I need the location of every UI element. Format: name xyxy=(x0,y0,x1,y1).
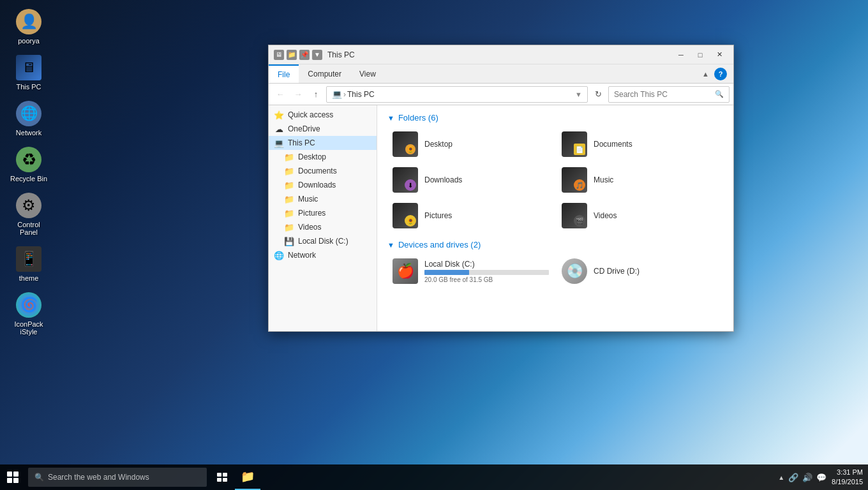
sidebar-item-videos[interactable]: 📁 Videos xyxy=(269,220,377,234)
search-icon: 🔍 xyxy=(715,90,724,98)
drive-icon-d: 💿 xyxy=(562,258,587,284)
icon-label-theme: theme xyxy=(19,274,39,282)
folder-item-downloads[interactable]: ⬇ Downloads xyxy=(387,163,554,197)
folder-item-videos[interactable]: 🎬 Videos xyxy=(557,199,723,232)
folder-icon-desktop: 🌻 xyxy=(393,131,418,157)
desktop-icon-theme[interactable]: 📱 theme xyxy=(6,244,51,285)
content-area: ▼ Folders (6) 🌻 Desktop xyxy=(377,105,733,331)
drive-item-c[interactable]: 🍎 Local Disk (C:) 20.0 GB free of 31.5 G… xyxy=(387,255,554,288)
folder-item-desktop[interactable]: 🌻 Desktop xyxy=(387,128,554,161)
icon-label-recycle-bin: Recycle Bin xyxy=(10,175,47,182)
ribbon: File Computer View ▲ ? xyxy=(269,64,733,84)
folder-item-music[interactable]: 🎵 Music xyxy=(557,163,723,197)
taskbar-search-box[interactable]: 🔍 Search the web and Windows xyxy=(28,468,207,487)
folder-icon-documents: 📄 xyxy=(562,131,587,157)
windows-logo-icon xyxy=(7,471,19,483)
sidebar-item-desktop[interactable]: 📁 Desktop xyxy=(269,150,377,164)
theme-icon: 📱 xyxy=(16,246,41,272)
forward-button[interactable]: → xyxy=(290,87,306,102)
folder-item-pictures[interactable]: 🌻 Pictures xyxy=(387,199,554,232)
taskbar-volume-icon[interactable]: 🔊 xyxy=(802,473,812,482)
icon-label-this-pc: This PC xyxy=(16,83,41,91)
drive-bar-c xyxy=(424,270,469,275)
task-view-button[interactable] xyxy=(209,464,235,490)
documents-folder-icon: 📁 xyxy=(284,166,294,176)
recycle-bin-icon: ♻ xyxy=(16,147,41,172)
icon-label-network: Network xyxy=(16,129,41,137)
title-icon-pin: 📌 xyxy=(299,50,310,60)
sidebar: ⭐ Quick access ☁ OneDrive 💻 This PC 📁 De… xyxy=(269,105,377,331)
sidebar-item-pictures[interactable]: 📁 Pictures xyxy=(269,206,377,220)
drive-space-c: 20.0 GB free of 31.5 GB xyxy=(424,276,549,283)
drive-item-d[interactable]: 💿 CD Drive (D:) xyxy=(557,255,723,288)
refresh-button[interactable]: ↻ xyxy=(590,87,606,102)
desktop-icon-recycle-bin[interactable]: ♻ Recycle Bin xyxy=(6,144,51,185)
ribbon-tab-file[interactable]: File xyxy=(269,64,299,83)
icon-label-control-panel: Control Panel xyxy=(9,221,49,236)
help-button[interactable]: ? xyxy=(714,68,727,80)
close-button[interactable]: ✕ xyxy=(710,48,728,61)
sidebar-item-this-pc[interactable]: 💻 This PC xyxy=(269,136,377,150)
minimize-button[interactable]: ─ xyxy=(672,48,690,61)
desktop-icon-poorya[interactable]: 👤 poorya xyxy=(6,6,51,47)
drives-grid: 🍎 Local Disk (C:) 20.0 GB free of 31.5 G… xyxy=(387,255,723,288)
search-input[interactable] xyxy=(614,90,715,99)
local-disk-icon: 💾 xyxy=(284,236,294,246)
this-pc-sidebar-icon: 💻 xyxy=(274,138,284,148)
folder-icon-pictures: 🌻 xyxy=(393,203,418,228)
drive-name-d: CD Drive (D:) xyxy=(594,267,718,276)
address-dropdown-icon[interactable]: ▼ xyxy=(575,91,582,98)
sidebar-item-downloads[interactable]: 📁 Downloads xyxy=(269,178,377,192)
svg-rect-2 xyxy=(217,478,221,482)
drive-icon-c: 🍎 xyxy=(393,258,418,284)
drives-collapse-icon[interactable]: ▼ xyxy=(387,241,394,249)
sidebar-item-onedrive[interactable]: ☁ OneDrive xyxy=(269,122,377,136)
sidebar-item-quick-access[interactable]: ⭐ Quick access xyxy=(269,108,377,122)
address-bar: ← → ↑ 💻 › This PC ▼ ↻ 🔍 xyxy=(269,84,733,105)
sidebar-label-local-disk: Local Disk (C:) xyxy=(298,237,348,246)
folder-icon-downloads: ⬇ xyxy=(393,167,418,193)
sidebar-label-videos: Videos xyxy=(298,223,321,232)
address-path[interactable]: 💻 › This PC ▼ xyxy=(326,86,588,103)
taskbar-search-placeholder: Search the web and Windows xyxy=(48,473,149,482)
sidebar-label-onedrive: OneDrive xyxy=(288,124,320,133)
sidebar-label-this-pc: This PC xyxy=(288,138,315,147)
network-sidebar-icon: 🌐 xyxy=(274,250,284,260)
ribbon-help: ▲ ? xyxy=(696,64,733,83)
taskbar: 🔍 Search the web and Windows 📁 ▲ 🔗 🔊 💬 xyxy=(0,464,868,490)
desktop-icon-iconpack[interactable]: 🌀 IconPack iStyle xyxy=(6,290,51,338)
sidebar-item-documents[interactable]: 📁 Documents xyxy=(269,164,377,178)
start-button[interactable] xyxy=(0,464,26,490)
sidebar-item-local-disk[interactable]: 💾 Local Disk (C:) xyxy=(269,234,377,248)
up-button[interactable]: ↑ xyxy=(308,87,324,102)
sidebar-item-music[interactable]: 📁 Music xyxy=(269,192,377,206)
drive-name-c: Local Disk (C:) xyxy=(424,260,549,269)
desktop-icon-network[interactable]: 🌐 Network xyxy=(6,98,51,139)
file-explorer-taskbar-button[interactable]: 📁 xyxy=(235,464,260,490)
ribbon-tab-view[interactable]: View xyxy=(350,64,385,83)
drive-bar-container-c xyxy=(424,270,549,275)
desktop-icon-this-pc[interactable]: 🖥 This PC xyxy=(6,52,51,93)
taskbar-clock[interactable]: 3:31 PM 8/19/2015 xyxy=(832,468,863,487)
taskbar-chevron-icon[interactable]: ▲ xyxy=(778,474,784,481)
taskbar-network-icon[interactable]: 🔗 xyxy=(788,473,798,482)
sidebar-item-network[interactable]: 🌐 Network xyxy=(269,248,377,262)
taskbar-message-icon[interactable]: 💬 xyxy=(816,473,827,482)
explorer-window: 🖥 📁 📌 ▼ This PC ─ □ ✕ File Computer View xyxy=(268,45,734,332)
pictures-folder-icon: 📁 xyxy=(284,208,294,218)
folder-item-documents[interactable]: 📄 Documents xyxy=(557,128,723,161)
folder-label-pictures: Pictures xyxy=(424,211,452,220)
control-panel-icon: ⚙ xyxy=(16,193,41,218)
network-icon: 🌐 xyxy=(16,101,41,126)
sidebar-label-pictures: Pictures xyxy=(298,209,326,218)
svg-rect-1 xyxy=(223,473,227,477)
back-button[interactable]: ← xyxy=(273,87,288,102)
folders-section-header: ▼ Folders (6) xyxy=(387,113,723,122)
search-box[interactable]: 🔍 xyxy=(608,86,730,103)
folder-icon-music: 🎵 xyxy=(562,167,587,193)
maximize-button[interactable]: □ xyxy=(691,48,709,61)
folders-collapse-icon[interactable]: ▼ xyxy=(387,114,394,122)
desktop-icon-control-panel[interactable]: ⚙ Control Panel xyxy=(6,190,51,239)
quick-access-icon: ⭐ xyxy=(274,110,284,120)
ribbon-tab-computer[interactable]: Computer xyxy=(299,64,350,83)
